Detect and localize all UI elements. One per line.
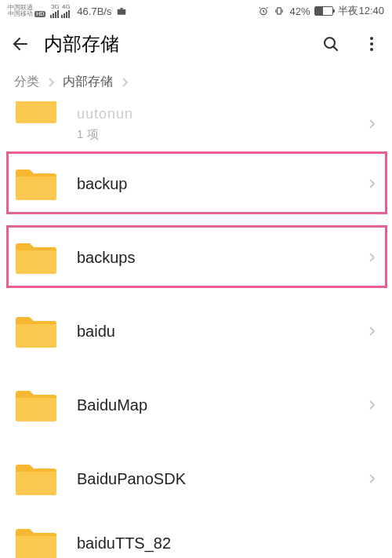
svg-point-7 <box>370 48 373 51</box>
list-item[interactable]: backup <box>0 147 392 221</box>
status-bar: 中国联通 中国移动 HD 3G 4G 46.7B/s 42% 半夜12:40 <box>0 0 392 22</box>
chevron-right-icon <box>367 473 378 484</box>
chevron-right-icon <box>121 77 129 88</box>
briefcase-icon <box>116 5 127 16</box>
more-icon[interactable] <box>362 35 381 53</box>
list-item[interactable]: baiduTTS_82 <box>0 516 392 558</box>
svg-point-6 <box>370 42 373 46</box>
signal-group: 3G 4G <box>50 4 72 18</box>
folder-icon <box>14 461 58 497</box>
list-item-meta: BaiduPanoSDK <box>77 470 367 488</box>
hd-badge: HD <box>34 11 45 17</box>
svg-rect-3 <box>278 8 281 14</box>
folder-icon <box>14 239 58 275</box>
breadcrumb-root[interactable]: 分类 <box>14 74 39 90</box>
chevron-right-icon <box>367 178 378 189</box>
list-item[interactable]: backups <box>0 221 392 294</box>
folder-icon <box>14 525 58 558</box>
svg-rect-1 <box>121 8 124 9</box>
list-item-name: backups <box>77 249 367 267</box>
app-header: 内部存储 <box>0 22 392 66</box>
chevron-right-icon <box>367 399 378 410</box>
status-right: 42% 半夜12:40 <box>258 4 384 18</box>
battery-pct: 42% <box>289 5 310 17</box>
carrier-2: 中国移动 HD <box>8 11 45 17</box>
net-speed: 46.7B/s <box>77 5 111 17</box>
list-item-meta: baidu <box>77 323 367 341</box>
search-icon[interactable] <box>321 35 340 53</box>
breadcrumb-current[interactable]: 内部存储 <box>63 74 113 90</box>
list-item[interactable]: BaiduMap <box>0 368 392 442</box>
chevron-right-icon <box>367 119 378 129</box>
folder-icon <box>14 387 58 423</box>
svg-point-5 <box>370 37 373 40</box>
back-icon[interactable] <box>11 35 30 53</box>
vibrate-icon <box>274 5 285 16</box>
breadcrumb: 分类 内部存储 <box>0 66 392 101</box>
chevron-right-icon <box>47 77 55 88</box>
list-item-name: BaiduMap <box>77 396 367 414</box>
signal-1 <box>50 10 59 18</box>
clock-time: 半夜12:40 <box>338 4 384 18</box>
list-item-name: BaiduPanoSDK <box>77 470 367 488</box>
list-item-meta: baiduTTS_82 <box>77 534 378 553</box>
folder-icon <box>14 101 58 125</box>
list-item-name: uutonun <box>77 106 367 122</box>
net-label-1: 3G <box>51 4 60 10</box>
list-item-meta: backups <box>77 249 367 267</box>
signal-2 <box>61 10 70 18</box>
list-item-name: backup <box>77 175 367 193</box>
list-item-meta: backup <box>77 175 367 193</box>
battery-icon <box>314 6 333 16</box>
list-item-meta: uutonun 1 项 <box>77 106 367 142</box>
chevron-right-icon <box>367 326 378 337</box>
carriers: 中国联通 中国移动 HD <box>8 5 45 17</box>
list-item-sub: 1 项 <box>77 127 367 142</box>
net-label-2: 4G <box>62 4 71 10</box>
folder-list: uutonun 1 项 backup backups baidu BaiduMa… <box>0 101 392 558</box>
list-item-name: baidu <box>77 323 367 341</box>
list-item[interactable]: BaiduPanoSDK <box>0 442 392 516</box>
svg-rect-0 <box>118 9 126 15</box>
list-item-meta: BaiduMap <box>77 396 367 414</box>
alarm-icon <box>258 5 269 16</box>
page-title: 内部存储 <box>44 31 307 57</box>
list-item[interactable]: baidu <box>0 294 392 368</box>
folder-icon <box>14 313 58 349</box>
status-left: 中国联通 中国移动 HD 3G 4G 46.7B/s <box>8 4 127 18</box>
list-item[interactable]: uutonun 1 项 <box>0 101 392 147</box>
list-item-name: baiduTTS_82 <box>77 534 378 553</box>
chevron-right-icon <box>367 252 378 263</box>
folder-icon <box>14 166 58 202</box>
